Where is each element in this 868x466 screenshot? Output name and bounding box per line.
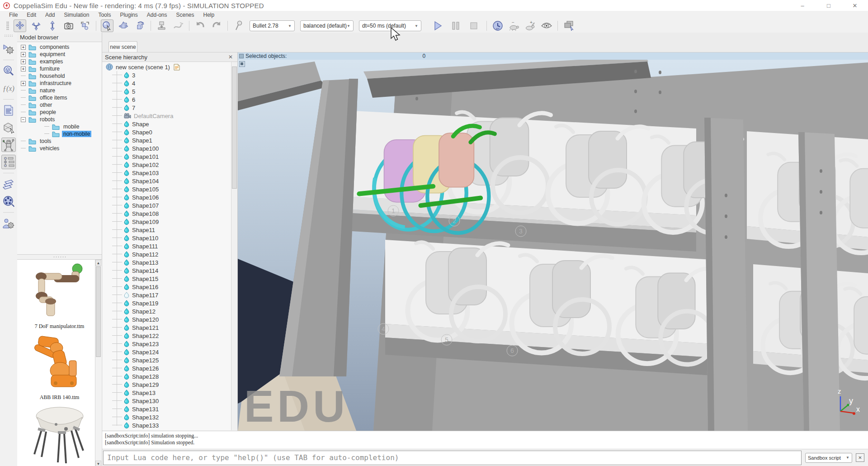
hierarchy-item-shape0[interactable]: Shape0 (102, 128, 237, 136)
viewport-corner-widget[interactable] (239, 61, 245, 67)
hierarchy-item-shape111[interactable]: Shape111 (102, 242, 237, 250)
script-target-dropdown[interactable]: Sandbox script ▼ (805, 453, 852, 463)
hierarchy-item-shape112[interactable]: Shape112 (102, 250, 237, 258)
hierarchy-item-shape126[interactable]: Shape126 (102, 364, 237, 372)
hierarchy-item-shape132[interactable]: Shape132 (102, 413, 237, 421)
hierarchy-item-shape120[interactable]: Shape120 (102, 315, 237, 323)
scrollbar-thumb[interactable] (96, 266, 101, 357)
hierarchy-item-shape123[interactable]: Shape123 (102, 340, 237, 348)
hierarchy-item-shape121[interactable]: Shape121 (102, 323, 237, 332)
panel-splitter[interactable] (17, 255, 102, 259)
expand-toggle[interactable]: + (21, 52, 26, 57)
hierarchy-item-shape114[interactable]: Shape114 (102, 266, 237, 275)
hierarchy-item-shape109[interactable]: Shape109 (102, 218, 237, 226)
hierarchy-toggle-button[interactable] (1, 155, 16, 169)
model-tree-item-other[interactable]: other (17, 101, 102, 109)
user-settings-button[interactable] (1, 216, 16, 231)
undo-button[interactable] (194, 19, 207, 32)
model-browser-toggle-button[interactable] (1, 138, 16, 152)
hierarchy-item-4[interactable]: 4 (102, 79, 237, 87)
thumbnails-scrollbar[interactable]: ▲ ▼ (95, 260, 101, 466)
model-tree-item-office-items[interactable]: office items (17, 94, 102, 101)
hierarchy-item-shape104[interactable]: Shape104 (102, 177, 237, 185)
visualize-eye-button[interactable] (540, 19, 553, 32)
simulation-settings-button[interactable] (1, 42, 16, 56)
expand-toggle[interactable]: − (21, 117, 26, 122)
scrollbar-thumb[interactable] (232, 67, 237, 189)
camera-zoom-button[interactable] (46, 19, 59, 32)
timestep-dropdown[interactable]: dt=50 ms (default) ▼ (359, 20, 421, 31)
camera-pan-button[interactable] (14, 19, 26, 32)
hierarchy-item-6[interactable]: 6 (102, 95, 237, 104)
hierarchy-item-shape108[interactable]: Shape108 (102, 209, 237, 218)
speed-dropdown[interactable]: balanced (default) ▼ (300, 20, 354, 31)
menu-item-tools[interactable]: Tools (94, 12, 115, 18)
model-tree-item-furniture[interactable]: +furniture (17, 65, 102, 72)
transfer-dna-button[interactable] (172, 19, 184, 32)
script-editor-button[interactable] (1, 103, 16, 118)
hierarchy-item-shape131[interactable]: Shape131 (102, 405, 237, 413)
page-selector-button[interactable] (562, 19, 575, 32)
scene-script-icon[interactable] (174, 64, 180, 71)
video-recorder-button[interactable] (1, 194, 16, 209)
close-button[interactable]: ✕ (842, 0, 868, 11)
menu-item-help[interactable]: Help (199, 12, 219, 18)
start-simulation-button[interactable] (431, 19, 444, 32)
faster-rabbit-button[interactable]: + (524, 19, 537, 32)
hierarchy-item-shape115[interactable]: Shape115 (102, 275, 237, 283)
model-tree-item-robots[interactable]: −robots (17, 116, 102, 123)
hierarchy-item-shape129[interactable]: Shape129 (102, 380, 237, 389)
assemble-button[interactable] (156, 19, 168, 32)
model-thumb-delta[interactable] (24, 404, 96, 466)
close-icon[interactable]: ✕ (226, 54, 235, 60)
hierarchy-item-shape13[interactable]: Shape13 (102, 389, 237, 397)
minimize-button[interactable]: – (789, 0, 816, 11)
viewport-3d[interactable]: 1 2 3 4 5 6 (238, 60, 868, 431)
object-selection-button[interactable] (101, 19, 113, 32)
real-time-toggle-button[interactable]: RT (491, 19, 504, 32)
slower-turtle-button[interactable]: − (508, 19, 520, 32)
object-rotate-button[interactable] (133, 19, 146, 32)
expression-button[interactable]: ƒ(x) (1, 81, 16, 95)
hierarchy-item-shape117[interactable]: Shape117 (102, 291, 237, 299)
hierarchy-item-shape107[interactable]: Shape107 (102, 201, 237, 209)
hierarchy-item-shape12[interactable]: Shape12 (102, 307, 237, 315)
model-tree-item-equipment[interactable]: +equipment (17, 51, 102, 58)
expand-toggle[interactable]: + (21, 67, 26, 71)
scroll-up-icon[interactable]: ▲ (95, 260, 101, 266)
hierarchy-item-shape11[interactable]: Shape11 (102, 226, 237, 234)
physics-engine-dropdown[interactable]: Bullet 2.78 ▼ (250, 20, 295, 31)
selection-region-button[interactable] (79, 19, 91, 32)
maximize-button[interactable]: □ (816, 0, 842, 11)
hierarchy-item-shape102[interactable]: Shape102 (102, 161, 237, 169)
hierarchy-item-shape116[interactable]: Shape116 (102, 283, 237, 291)
model-tree-item-people[interactable]: people (17, 109, 102, 116)
scroll-down-icon[interactable]: ▼ (95, 461, 101, 466)
menu-item-scenes[interactable]: Scenes (172, 12, 199, 18)
model-tree-item-components[interactable]: +components (17, 43, 102, 51)
hierarchy-item-defaultcamera[interactable]: DefaultCamera (102, 112, 237, 120)
hierarchy-item-shape124[interactable]: Shape124 (102, 348, 237, 356)
hierarchy-item-shape1[interactable]: Shape1 (102, 136, 237, 144)
hierarchy-item-shape103[interactable]: Shape103 (102, 169, 237, 177)
hierarchy-item-shape119[interactable]: Shape119 (102, 299, 237, 307)
redo-button[interactable] (210, 19, 223, 32)
hierarchy-item-shape125[interactable]: Shape125 (102, 356, 237, 364)
menu-item-add[interactable]: Add (41, 12, 59, 18)
model-tree-item-mobile[interactable]: mobile (17, 123, 102, 130)
menu-item-plugins[interactable]: Plugins (115, 12, 142, 18)
find-object-button[interactable] (1, 64, 16, 78)
hierarchy-item-shape101[interactable]: Shape101 (102, 152, 237, 161)
hierarchy-item-shape122[interactable]: Shape122 (102, 332, 237, 340)
model-tree-item-household[interactable]: household (17, 72, 102, 80)
hierarchy-item-shape106[interactable]: Shape106 (102, 193, 237, 201)
hierarchy-item-shape[interactable]: Shape (102, 120, 237, 128)
pause-simulation-button[interactable] (449, 19, 462, 32)
pages-button[interactable] (1, 177, 16, 191)
model-tree-item-nature[interactable]: nature (17, 87, 102, 94)
tab-new-scene[interactable]: new scene (108, 41, 137, 52)
hierarchy-item-shape128[interactable]: Shape128 (102, 372, 237, 380)
camera-rotate-button[interactable] (30, 19, 42, 32)
menu-item-file[interactable]: File (5, 12, 22, 18)
hierarchy-item-shape105[interactable]: Shape105 (102, 185, 237, 193)
